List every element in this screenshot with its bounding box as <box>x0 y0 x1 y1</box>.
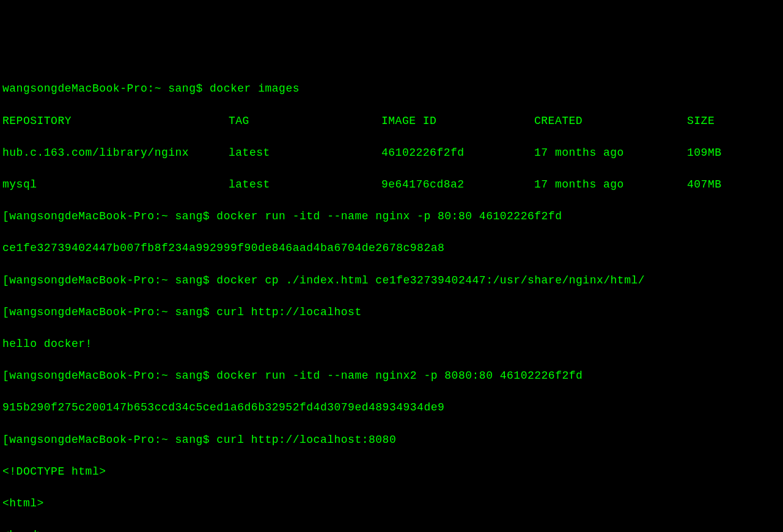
cell-tag: latest <box>229 145 381 161</box>
command-text: curl http://localhost <box>216 306 361 318</box>
cell-size: 407MB <box>687 177 748 192</box>
prompt-line: [wangsongdeMacBook-Pro:~ sang$ docker cp… <box>2 272 781 288</box>
prompt: [wangsongdeMacBook-Pro:~ sang$ <box>2 306 216 318</box>
prompt: [wangsongdeMacBook-Pro:~ sang$ <box>2 434 216 446</box>
prompt-line: [wangsongdeMacBook-Pro:~ sang$ curl http… <box>2 432 781 448</box>
output-container-id: ce1fe32739402447b007fb8f234a992999f90de8… <box>2 240 781 256</box>
header-size: SIZE <box>687 113 748 129</box>
prompt: [wangsongdeMacBook-Pro:~ sang$ <box>2 370 216 382</box>
cell-created: 17 months ago <box>534 145 687 161</box>
cell-size: 109MB <box>687 145 748 161</box>
prompt-line: [wangsongdeMacBook-Pro:~ sang$ docker ru… <box>2 368 781 384</box>
output-html-line: <!DOCTYPE html> <box>2 464 781 479</box>
cell-repository: mysql <box>2 177 229 192</box>
command-text: docker run -itd --name nginx2 -p 8080:80… <box>216 370 583 382</box>
output-html-line: <html> <box>2 495 781 511</box>
cell-created: 17 months ago <box>534 177 687 192</box>
output-html-line: <head> <box>2 527 781 532</box>
header-repository: REPOSITORY <box>2 113 229 129</box>
table-row: mysqllatest9e64176cd8a217 months ago407M… <box>2 177 781 192</box>
prompt: [wangsongdeMacBook-Pro:~ sang$ <box>2 274 216 286</box>
command-text: docker cp ./index.html ce1fe32739402447:… <box>216 274 645 286</box>
header-image-id: IMAGE ID <box>381 113 534 129</box>
command-text: curl http://localhost:8080 <box>216 434 396 446</box>
terminal-output[interactable]: wangsongdeMacBook-Pro:~ sang$ docker ima… <box>2 65 781 532</box>
table-header-row: REPOSITORYTAGIMAGE IDCREATEDSIZE <box>2 113 781 129</box>
table-row: hub.c.163.com/library/nginxlatest4610222… <box>2 145 781 161</box>
cell-tag: latest <box>229 177 381 192</box>
cell-image-id: 46102226f2fd <box>381 145 534 161</box>
command-text: docker run -itd --name nginx -p 80:80 46… <box>216 210 562 222</box>
cell-image-id: 9e64176cd8a2 <box>381 177 534 192</box>
cell-repository: hub.c.163.com/library/nginx <box>2 145 229 161</box>
prompt: wangsongdeMacBook-Pro:~ sang$ <box>2 82 210 95</box>
prompt: [wangsongdeMacBook-Pro:~ sang$ <box>2 210 216 222</box>
output-curl-result: hello docker! <box>2 336 781 352</box>
output-container-id: 915b290f275c200147b653ccd34c5ced1a6d6b32… <box>2 399 781 415</box>
prompt-line: wangsongdeMacBook-Pro:~ sang$ docker ima… <box>2 81 781 97</box>
command-text: docker images <box>210 82 300 95</box>
header-tag: TAG <box>229 113 381 129</box>
prompt-line: [wangsongdeMacBook-Pro:~ sang$ curl http… <box>2 304 781 320</box>
prompt-line: [wangsongdeMacBook-Pro:~ sang$ docker ru… <box>2 208 781 224</box>
header-created: CREATED <box>534 113 687 129</box>
